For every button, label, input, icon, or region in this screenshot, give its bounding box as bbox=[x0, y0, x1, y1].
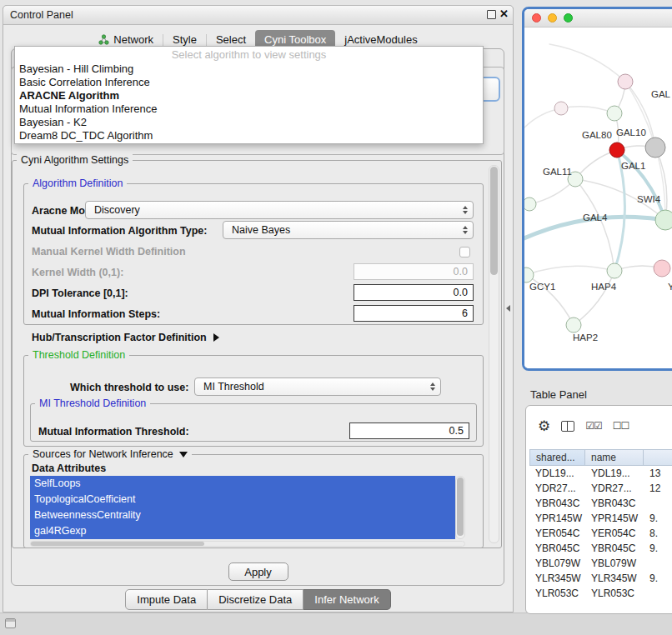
kernel-width-label: Kernel Width (0,1): bbox=[32, 267, 123, 278]
mi-threshold-input[interactable]: 0.5 bbox=[349, 422, 469, 439]
network-node[interactable] bbox=[554, 102, 568, 115]
node-label: Y bbox=[668, 282, 672, 292]
dropdown-item[interactable]: Dream8 DC_TDC Algorithm bbox=[15, 129, 483, 142]
column-header-shared-name[interactable]: shared... bbox=[529, 449, 585, 466]
minimize-traffic-light[interactable] bbox=[548, 13, 557, 22]
node-label: HAP2 bbox=[573, 332, 598, 342]
tab-network-label: Network bbox=[113, 33, 153, 46]
mi-steps-input[interactable]: 6 bbox=[354, 305, 474, 322]
attribute-list-item[interactable]: TopologicalCoefficient bbox=[30, 492, 455, 508]
kernel-width-input[interactable]: 0.0 bbox=[354, 263, 474, 280]
tab-impute-data[interactable]: Impute Data bbox=[125, 589, 208, 610]
network-node[interactable] bbox=[566, 318, 581, 332]
network-node[interactable] bbox=[609, 142, 624, 158]
gear-icon[interactable]: ⚙ bbox=[538, 419, 550, 433]
network-edge[interactable] bbox=[575, 179, 614, 271]
hub-definition-section[interactable]: Hub/Transcription Factor Definition bbox=[32, 332, 219, 343]
network-node[interactable] bbox=[607, 106, 622, 121]
network-node[interactable] bbox=[618, 74, 633, 89]
table-row[interactable]: YBR045CYBR045C9. bbox=[529, 541, 672, 556]
dropdown-item[interactable]: Mutual Information Inference bbox=[15, 102, 483, 116]
data-attributes-label: Data Attributes bbox=[32, 462, 106, 474]
attributes-list-vscrollbar-thumb[interactable] bbox=[457, 478, 464, 536]
dropdown-placeholder: Select algorithm to view settings bbox=[15, 48, 483, 62]
show-columns-icon[interactable] bbox=[561, 421, 574, 432]
sources-group-title-row[interactable]: Sources for Network Inference bbox=[28, 448, 192, 460]
network-node[interactable] bbox=[524, 198, 536, 211]
select-all-columns-icon[interactable]: ☑☑ bbox=[585, 421, 602, 431]
network-node[interactable] bbox=[524, 268, 534, 282]
status-strip bbox=[0, 612, 672, 635]
settings-scrollbar-thumb[interactable] bbox=[490, 167, 498, 275]
attributes-list-hscrollbar[interactable] bbox=[30, 541, 465, 547]
network-node[interactable] bbox=[645, 138, 665, 158]
table-cell: YLR053C bbox=[585, 588, 644, 599]
table-row[interactable]: YBL079WYBL079W bbox=[529, 556, 672, 571]
network-edge[interactable] bbox=[561, 107, 614, 113]
node-label: GAL10 bbox=[616, 128, 646, 138]
dpi-tolerance-label: DPI Tolerance [0,1]: bbox=[32, 288, 128, 299]
network-edge[interactable] bbox=[526, 266, 614, 275]
settings-scrollbar[interactable] bbox=[489, 165, 499, 543]
network-canvas[interactable]: GALGAL80GAL10GAL11GAL1SWI4GAL4GCY1HAP4HA… bbox=[524, 28, 672, 368]
table-cell: YLR345W bbox=[529, 572, 585, 584]
expanded-arrow-icon[interactable] bbox=[179, 452, 188, 458]
tab-discretize-data[interactable]: Discretize Data bbox=[208, 589, 303, 610]
table-row[interactable]: YDR27...YDR27...12 bbox=[529, 481, 672, 496]
node-label: GAL11 bbox=[543, 167, 572, 177]
attribute-list-item[interactable]: gal4RGexp bbox=[30, 523, 455, 539]
hub-definition-label: Hub/Transcription Factor Definition bbox=[32, 332, 207, 343]
table-cell: YBR043C bbox=[585, 498, 644, 509]
control-panel-titlebar[interactable] bbox=[3, 5, 514, 25]
node-label: GAL bbox=[651, 89, 671, 99]
manual-kernel-width-checkbox[interactable] bbox=[459, 247, 470, 258]
algorithm-definition-title: Algorithm Definition bbox=[28, 178, 127, 189]
table-row[interactable]: YLR345WYLR345W9. bbox=[529, 571, 672, 586]
table-cell: YDL19... bbox=[585, 468, 644, 479]
network-edge[interactable] bbox=[574, 271, 614, 325]
close-traffic-light[interactable] bbox=[532, 13, 541, 22]
network-window-titlebar[interactable] bbox=[524, 9, 672, 28]
tab-select-label: Select bbox=[216, 33, 246, 46]
which-threshold-select[interactable]: MI Threshold bbox=[194, 378, 441, 396]
attributes-list-vscrollbar[interactable] bbox=[455, 476, 465, 539]
combo-arrows-icon bbox=[430, 382, 435, 391]
dropdown-item[interactable]: Bayesian - Hill Climbing bbox=[15, 62, 483, 76]
attribute-list-item[interactable]: SelfLoops bbox=[30, 476, 455, 492]
mi-algorithm-type-select[interactable]: Naive Bayes bbox=[223, 221, 474, 239]
float-window-icon[interactable] bbox=[487, 10, 496, 19]
column-header-name[interactable]: name bbox=[585, 449, 644, 466]
dropdown-item-selected[interactable]: ARACNE Algorithm bbox=[15, 89, 483, 102]
splitter-collapse-arrow[interactable] bbox=[506, 305, 510, 312]
zoom-traffic-light[interactable] bbox=[564, 13, 573, 22]
table-header-row: shared... name bbox=[529, 449, 672, 466]
column-header-extra[interactable] bbox=[644, 449, 672, 466]
network-node[interactable] bbox=[607, 263, 622, 278]
bottom-tab-bar: Impute Data Discretize Data Infer Networ… bbox=[3, 589, 514, 610]
dpi-tolerance-input[interactable]: 0.0 bbox=[354, 284, 474, 301]
aracne-mode-select[interactable]: Discovery bbox=[85, 201, 474, 219]
table-cell: YDL19... bbox=[529, 468, 585, 479]
table-cell: 9. bbox=[644, 512, 672, 524]
manual-kernel-width-label: Manual Kernel Width Definition bbox=[32, 246, 186, 258]
collapsed-arrow-icon[interactable] bbox=[213, 333, 219, 342]
network-view-window[interactable]: GALGAL80GAL10GAL11GAL1SWI4GAL4GCY1HAP4HA… bbox=[522, 7, 672, 371]
dropdown-item[interactable]: Bayesian - K2 bbox=[15, 116, 483, 129]
network-node[interactable] bbox=[654, 260, 670, 277]
attribute-list-item[interactable]: BetweennessCentrality bbox=[30, 508, 455, 523]
dropdown-item[interactable]: Basic Correlation Inference bbox=[15, 76, 483, 89]
network-node[interactable] bbox=[655, 210, 672, 230]
table-row[interactable]: YDL19...YDL19...13 bbox=[529, 466, 672, 481]
network-edge[interactable] bbox=[549, 44, 625, 82]
close-icon[interactable]: ✕ bbox=[499, 8, 509, 20]
attributes-list-hscrollbar-thumb[interactable] bbox=[31, 542, 204, 546]
tab-infer-network[interactable]: Infer Network bbox=[303, 589, 390, 610]
table-cell: 9. bbox=[644, 572, 672, 584]
table-row[interactable]: YER054CYER054C8. bbox=[529, 526, 672, 541]
table-row[interactable]: YPR145WYPR145W9. bbox=[529, 511, 672, 526]
table-row[interactable]: YLR053CYLR053C bbox=[529, 586, 672, 601]
minimized-window-icon[interactable] bbox=[5, 618, 16, 628]
table-row[interactable]: YBR043CYBR043C bbox=[529, 496, 672, 511]
deselect-all-columns-icon[interactable]: ☐☐ bbox=[613, 421, 629, 431]
combo-arrows-icon bbox=[463, 226, 468, 234]
